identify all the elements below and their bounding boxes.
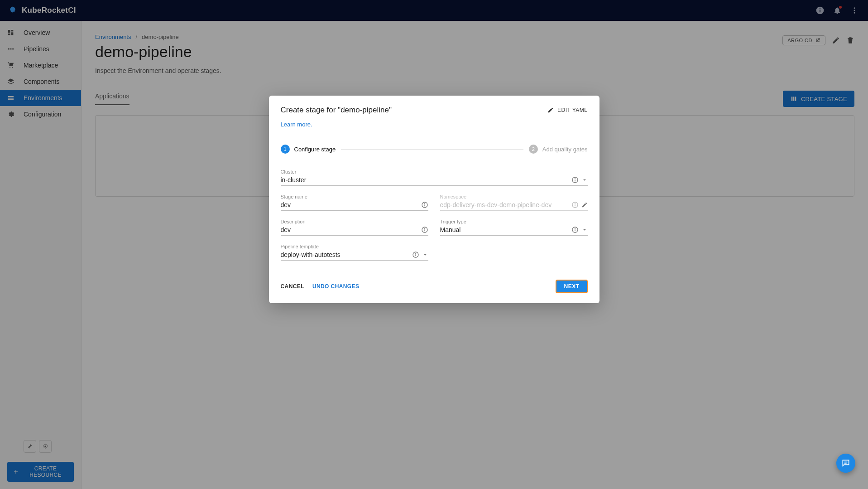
edit-yaml-label: EDIT YAML [557,107,588,113]
info-outline-icon[interactable] [421,226,428,233]
create-stage-dialog: Create stage for "demo-pipeline" EDIT YA… [269,96,599,303]
field-empty-slot [440,244,588,261]
learn-more-link[interactable]: Learn more. [281,121,312,128]
stage-name-input[interactable] [281,201,418,208]
svg-point-26 [424,203,425,204]
stage-name-label: Stage name [281,194,428,199]
pipeline-template-select[interactable] [281,251,409,258]
namespace-label: Namespace [440,194,588,199]
field-trigger-type: Trigger type [440,219,588,236]
undo-changes-button[interactable]: UNDO CHANGES [312,283,359,290]
edit-pencil-icon[interactable] [581,202,588,208]
chevron-down-icon[interactable] [422,252,428,258]
pipeline-template-label: Pipeline template [281,244,428,249]
stepper: 1 Configure stage 2 Add quality gates [281,145,588,154]
cluster-select[interactable] [281,176,569,184]
dialog-title: Create stage for "demo-pipeline" [281,106,392,115]
description-label: Description [281,219,428,224]
info-outline-icon[interactable] [412,251,419,258]
chat-icon [841,459,850,468]
svg-point-29 [575,203,575,204]
namespace-input [440,201,569,208]
info-outline-icon[interactable] [571,176,579,184]
chat-fab[interactable] [836,454,855,473]
step2-label: Add quality gates [542,146,588,153]
field-namespace: Namespace [440,194,588,211]
trigger-type-label: Trigger type [440,219,588,224]
field-pipeline-template: Pipeline template [281,244,428,261]
svg-point-32 [424,228,425,229]
field-description: Description [281,219,428,236]
pencil-icon [547,107,554,113]
cancel-button[interactable]: CANCEL [281,283,304,290]
next-button[interactable]: NEXT [556,280,587,293]
cluster-label: Cluster [281,169,588,174]
info-outline-icon[interactable] [571,201,579,208]
chevron-down-icon[interactable] [581,227,588,233]
trigger-type-select[interactable] [440,226,569,233]
field-cluster: Cluster [281,169,588,186]
svg-point-38 [415,253,416,254]
chevron-down-icon[interactable] [581,177,588,183]
svg-point-35 [575,228,575,229]
step-connector [341,149,523,150]
info-outline-icon[interactable] [421,201,428,208]
info-outline-icon[interactable] [571,226,579,233]
field-stage-name: Stage name [281,194,428,211]
description-input[interactable] [281,226,418,233]
step1-label: Configure stage [294,146,336,153]
step-add-quality-gates[interactable]: 2 Add quality gates [529,145,588,154]
step2-number: 2 [529,145,538,154]
step1-number: 1 [281,145,290,154]
svg-point-23 [575,179,575,179]
sidebar-collapse-chevron[interactable] [63,5,74,16]
step-configure-stage[interactable]: 1 Configure stage [281,145,336,154]
edit-yaml-button[interactable]: EDIT YAML [547,107,588,113]
